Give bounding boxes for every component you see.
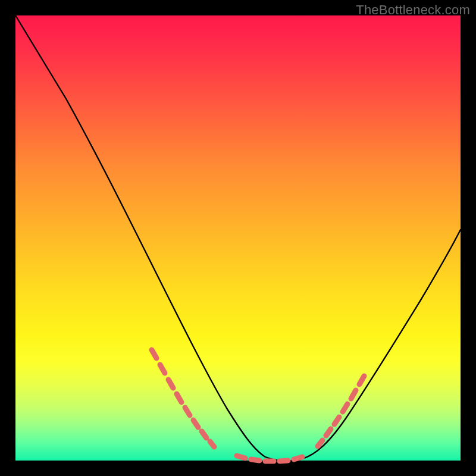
svg-line-8 bbox=[237, 456, 245, 458]
bottleneck-curve-svg bbox=[15, 15, 461, 461]
svg-line-17 bbox=[351, 390, 356, 399]
svg-line-11 bbox=[280, 461, 288, 461]
svg-line-1 bbox=[160, 365, 165, 373]
svg-line-3 bbox=[177, 394, 181, 402]
svg-line-7 bbox=[210, 441, 214, 447]
highlight-dashes-right bbox=[318, 376, 364, 446]
svg-line-4 bbox=[185, 408, 190, 415]
bottleneck-curve-path bbox=[15, 15, 461, 461]
svg-line-18 bbox=[359, 376, 364, 384]
svg-line-9 bbox=[251, 459, 259, 461]
highlight-dashes-trough bbox=[237, 456, 302, 461]
svg-line-16 bbox=[343, 404, 347, 412]
svg-line-0 bbox=[152, 350, 156, 358]
chart-plot-area bbox=[15, 15, 461, 461]
watermark-text: TheBottleneck.com bbox=[356, 2, 470, 18]
svg-line-13 bbox=[318, 440, 322, 446]
svg-line-5 bbox=[193, 420, 198, 427]
svg-line-14 bbox=[326, 429, 331, 436]
chart-frame: TheBottleneck.com bbox=[0, 0, 476, 476]
svg-line-2 bbox=[168, 380, 173, 388]
svg-line-6 bbox=[202, 431, 206, 438]
svg-line-15 bbox=[334, 417, 339, 424]
highlight-dashes-left bbox=[152, 350, 214, 447]
svg-line-12 bbox=[294, 457, 302, 459]
